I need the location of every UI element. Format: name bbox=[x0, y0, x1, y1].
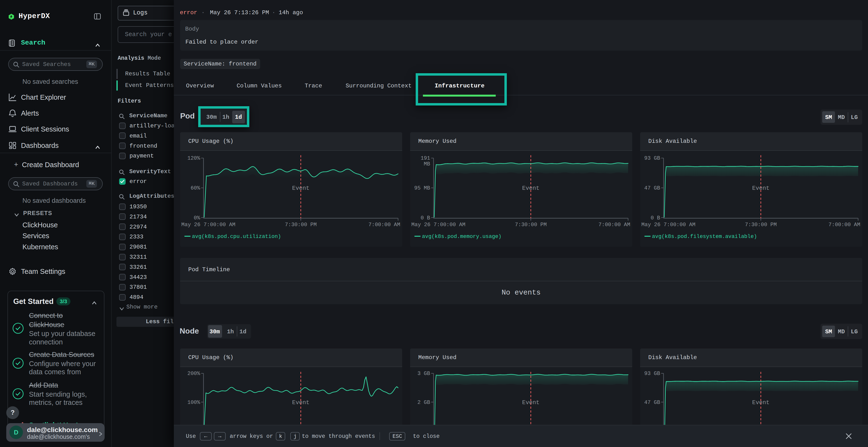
svg-text:May 26 7:00:00 AM: May 26 7:00:00 AM bbox=[181, 222, 235, 228]
svg-text:Event: Event bbox=[522, 399, 539, 406]
svg-text:7:00:00 AM: 7:00:00 AM bbox=[598, 222, 630, 228]
svg-text:Event: Event bbox=[522, 185, 539, 192]
svg-text:7:30:00 PM: 7:30:00 PM bbox=[745, 222, 777, 228]
svg-text:191: 191 bbox=[421, 156, 430, 161]
svg-text:Event: Event bbox=[752, 399, 769, 406]
svg-text:0 B: 0 B bbox=[421, 215, 430, 221]
svg-text:60%: 60% bbox=[190, 185, 200, 191]
svg-text:avg(k8s.pod.filesystem.availab: avg(k8s.pod.filesystem.available) bbox=[652, 234, 757, 240]
svg-text:3 GB: 3 GB bbox=[417, 371, 430, 377]
svg-text:2 GB: 2 GB bbox=[417, 400, 430, 406]
svg-text:Event: Event bbox=[292, 399, 309, 406]
svg-text:7:00:00 AM: 7:00:00 AM bbox=[368, 222, 400, 228]
svg-text:avg(k8s.pod.memory.usage): avg(k8s.pod.memory.usage) bbox=[422, 234, 501, 240]
svg-text:avg(k8s.pod.cpu.utilization): avg(k8s.pod.cpu.utilization) bbox=[192, 234, 281, 240]
svg-text:0%: 0% bbox=[194, 215, 200, 221]
svg-text:120%: 120% bbox=[187, 156, 200, 161]
svg-text:7:30:00 PM: 7:30:00 PM bbox=[515, 222, 547, 228]
svg-text:Event: Event bbox=[292, 185, 309, 192]
svg-text:May 26 7:00:00 AM: May 26 7:00:00 AM bbox=[411, 222, 465, 228]
svg-text:47 GB: 47 GB bbox=[644, 400, 660, 406]
svg-text:93 GB: 93 GB bbox=[644, 371, 660, 377]
svg-text:Event: Event bbox=[752, 185, 769, 192]
svg-text:7:30:00 PM: 7:30:00 PM bbox=[285, 222, 317, 228]
svg-text:95 MB: 95 MB bbox=[414, 185, 430, 191]
svg-text:0 B: 0 B bbox=[651, 215, 660, 221]
svg-text:May 26 7:00:00 AM: May 26 7:00:00 AM bbox=[641, 222, 695, 228]
svg-text:47 GB: 47 GB bbox=[644, 185, 660, 191]
svg-text:100%: 100% bbox=[187, 400, 200, 406]
svg-text:93 GB: 93 GB bbox=[644, 156, 660, 161]
svg-text:MB: MB bbox=[424, 161, 430, 167]
svg-text:7:00:00 AM: 7:00:00 AM bbox=[829, 222, 860, 228]
svg-text:200%: 200% bbox=[187, 371, 200, 377]
